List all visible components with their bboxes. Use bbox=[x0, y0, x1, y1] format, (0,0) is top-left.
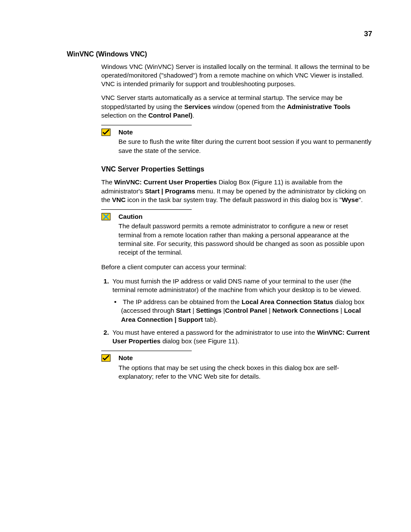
bold-text: Administrative Tools bbox=[287, 103, 350, 110]
paragraph: VNC Server starts automatically as a ser… bbox=[101, 93, 372, 120]
list-item: You must have entered a password for the… bbox=[111, 328, 372, 346]
page-number: 37 bbox=[67, 29, 372, 39]
text: | bbox=[339, 307, 344, 314]
bold-text: Start | Programs bbox=[145, 187, 195, 195]
sub-list: The IP address can be obtained from the … bbox=[112, 298, 372, 324]
note-callout: Note Be sure to flush the write filter d… bbox=[101, 125, 372, 155]
bold-text: Settings bbox=[196, 307, 221, 314]
bold-text: VNC bbox=[112, 196, 126, 203]
text: The IP address can be obtained from the bbox=[123, 298, 242, 305]
text: | bbox=[191, 307, 196, 314]
text: selection on the bbox=[101, 112, 148, 119]
text: | bbox=[267, 307, 272, 314]
check-icon bbox=[101, 354, 111, 362]
text: icon in the task bar system tray. The de… bbox=[126, 196, 342, 203]
list-item: The IP address can be obtained from the … bbox=[121, 298, 372, 324]
text: dialog box (see Figure 11). bbox=[161, 337, 240, 345]
bold-text: Start bbox=[176, 307, 191, 314]
paragraph: The WinVNC: Current User Properties Dial… bbox=[101, 178, 372, 204]
note-body: Be sure to flush the write filter during… bbox=[118, 137, 372, 155]
bold-text: Wyse bbox=[342, 196, 358, 203]
caution-body: The default password permits a remote ad… bbox=[118, 222, 372, 257]
bold-text: Services bbox=[184, 103, 211, 110]
section-heading-winvnc: WinVNC (Windows VNC) bbox=[67, 50, 372, 59]
paragraph: Before a client computer can access your… bbox=[101, 263, 372, 271]
text: tab). bbox=[203, 316, 218, 323]
text: window (opened from the bbox=[211, 103, 287, 110]
note-body: The options that may be set using the ch… bbox=[118, 364, 372, 381]
bold-text: WinVNC: Current User Properties bbox=[114, 178, 217, 186]
section-heading-vnc-props: VNC Server Properties Settings bbox=[101, 165, 372, 174]
note-callout: Note The options that may be set using t… bbox=[101, 351, 372, 381]
text: The bbox=[101, 178, 114, 186]
text: . bbox=[193, 112, 194, 119]
list-item: You must furnish the IP address or valid… bbox=[111, 277, 372, 324]
text: ". bbox=[358, 196, 363, 203]
numbered-list: You must furnish the IP address or valid… bbox=[101, 277, 372, 346]
check-icon bbox=[101, 128, 111, 136]
cross-icon bbox=[101, 213, 111, 221]
caution-label: Caution bbox=[118, 212, 372, 221]
bold-text: Control Panel) bbox=[148, 112, 193, 119]
bold-text: Control Panel bbox=[225, 307, 267, 314]
text: You must furnish the IP address or valid… bbox=[112, 277, 361, 293]
text: You must have entered a password for the… bbox=[112, 329, 317, 336]
paragraph: Windows VNC (WinVNC) Server is installed… bbox=[101, 62, 372, 89]
caution-callout: Caution The default password permits a r… bbox=[101, 209, 372, 257]
bold-text: Network Connections bbox=[272, 307, 339, 314]
bold-text: Local Area Connection Status bbox=[242, 298, 333, 305]
note-label: Note bbox=[118, 354, 372, 362]
note-label: Note bbox=[118, 128, 372, 137]
